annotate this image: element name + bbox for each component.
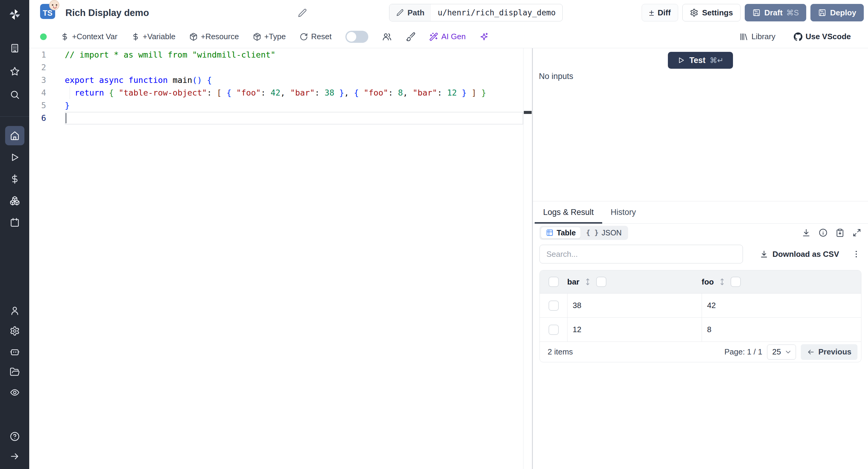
view-mode-table[interactable]: Table xyxy=(541,227,581,239)
robot-icon xyxy=(10,346,20,356)
table-body: 3842128 xyxy=(540,293,861,342)
previous-page-button[interactable]: Previous xyxy=(801,344,858,360)
view-mode-json[interactable]: { } JSON xyxy=(581,227,626,239)
sidebar-item-workers[interactable] xyxy=(5,342,24,361)
ai-sparkles-button[interactable] xyxy=(479,32,489,41)
gear-icon xyxy=(10,326,20,336)
page-label: Page: 1 / 1 xyxy=(724,347,762,356)
row-checkbox[interactable] xyxy=(549,301,559,311)
add-type-button[interactable]: +Type xyxy=(253,32,286,41)
table-cell: 42 xyxy=(702,293,861,317)
sidebar-item-runs[interactable] xyxy=(5,148,24,167)
table-row: 128 xyxy=(540,317,861,342)
windmill-logo-icon xyxy=(8,8,22,21)
info-icon xyxy=(818,228,828,237)
code-line: } xyxy=(65,99,523,112)
path-field[interactable]: Path u/henri/rich_display_demo xyxy=(389,4,563,22)
code-line: return { "table-row-object": [ { "foo": … xyxy=(65,87,523,99)
arrow-right-icon xyxy=(10,451,20,462)
sidebar-item-audit[interactable] xyxy=(5,383,24,402)
sidebar-logo[interactable] xyxy=(5,5,24,24)
sidebar-item-settings[interactable] xyxy=(5,321,24,341)
code-lines: // import * as wmill from "windmill-clie… xyxy=(65,48,523,124)
column-toggle-bar[interactable] xyxy=(596,277,607,287)
sidebar-item-favorites[interactable] xyxy=(5,62,24,81)
page-size-select[interactable]: 25 xyxy=(767,345,796,359)
dollar-icon xyxy=(10,174,20,184)
result-section: Logs & Result History Table { } JSON xyxy=(533,201,868,469)
add-context-var-button[interactable]: +Context Var xyxy=(61,32,118,41)
column-header-foo[interactable]: foo xyxy=(702,277,861,287)
table-footer: 2 items Page: 1 / 1 25 Previous xyxy=(540,342,861,362)
magic-wand-icon xyxy=(429,32,438,41)
code-line: // import * as wmill from "windmill-clie… xyxy=(65,49,523,61)
sidebar-collapse[interactable] xyxy=(5,447,24,466)
deploy-button[interactable]: Deploy xyxy=(810,4,864,22)
table-cell: 8 xyxy=(702,318,861,342)
multiplayer-button[interactable] xyxy=(382,32,392,41)
draft-button[interactable]: Draft ⌘S xyxy=(745,4,806,22)
add-resource-button[interactable]: +Resource xyxy=(189,32,239,41)
sidebar-item-search[interactable] xyxy=(5,85,24,104)
column-header-bar[interactable]: bar xyxy=(567,277,702,287)
sidebar-item-workspace[interactable] xyxy=(5,39,24,58)
play-icon xyxy=(677,56,685,64)
library-button[interactable]: Library xyxy=(739,32,775,41)
gear-icon xyxy=(690,8,698,17)
result-body: Table { } JSON Dow xyxy=(533,225,868,362)
search-icon xyxy=(10,90,20,100)
download-csv-button[interactable]: Download as CSV xyxy=(760,250,839,259)
page-title: Rich Display demo xyxy=(65,7,149,19)
sidebar-item-folders[interactable] xyxy=(5,362,24,382)
boxes-icon xyxy=(10,196,20,206)
test-button[interactable]: Test ⌘↵ xyxy=(668,52,733,69)
folder-icon xyxy=(10,367,20,377)
search-input[interactable] xyxy=(539,245,743,263)
tab-history[interactable]: History xyxy=(602,201,644,223)
sort-icon[interactable] xyxy=(584,278,592,286)
tab-logs-result[interactable]: Logs & Result xyxy=(535,201,602,223)
result-action-icons xyxy=(802,228,861,237)
diff-mode-toggle[interactable] xyxy=(345,31,368,43)
row-checkbox[interactable] xyxy=(549,324,559,335)
sidebar-item-help[interactable] xyxy=(5,427,24,446)
github-icon xyxy=(794,32,803,41)
code-editor[interactable]: 123456 // import * as wmill from "windmi… xyxy=(29,48,532,469)
column-toggle-foo[interactable] xyxy=(731,277,741,287)
user-icon xyxy=(10,306,20,316)
indent-guide xyxy=(70,87,70,99)
edit-title-button[interactable] xyxy=(298,8,308,18)
eye-icon xyxy=(10,387,20,398)
use-vscode-button[interactable]: Use VScode xyxy=(794,32,851,41)
sidebar-divider xyxy=(0,116,29,117)
expand-icon xyxy=(852,228,861,237)
arrow-left-icon xyxy=(807,348,815,356)
download-icon xyxy=(760,250,768,258)
sort-icon[interactable] xyxy=(718,278,726,286)
expand-result-button[interactable] xyxy=(852,228,861,237)
copy-result-button[interactable] xyxy=(835,228,844,237)
sidebar-item-users[interactable] xyxy=(5,301,24,320)
add-variable-button[interactable]: +Variable xyxy=(131,32,176,41)
result-info-button[interactable] xyxy=(818,228,828,237)
sidebar-item-variables[interactable] xyxy=(5,169,24,189)
sidebar-item-schedules[interactable] xyxy=(5,213,24,232)
ai-gen-button[interactable]: AI Gen xyxy=(429,32,466,41)
result-toolbar-row: Table { } JSON xyxy=(539,225,861,240)
download-result-button[interactable] xyxy=(802,228,811,237)
table-menu-button[interactable] xyxy=(852,250,861,259)
chevron-down-icon xyxy=(784,348,792,356)
reset-button[interactable]: Reset xyxy=(300,32,332,41)
toggle-knob xyxy=(347,32,356,41)
save-icon xyxy=(752,8,761,17)
pagination: Page: 1 / 1 25 Previous xyxy=(724,344,858,360)
top-header: TS Rich Display demo Path u/henri/rich_d… xyxy=(29,0,868,25)
sidebar-item-home[interactable] xyxy=(5,126,24,145)
settings-button[interactable]: Settings xyxy=(682,4,741,22)
path-label-section: Path xyxy=(390,4,431,21)
table-row: 3842 xyxy=(540,293,861,317)
format-button[interactable] xyxy=(406,32,415,41)
select-all-checkbox[interactable] xyxy=(549,277,559,287)
sidebar-item-resources[interactable] xyxy=(5,191,24,210)
diff-button[interactable]: ± Diff xyxy=(642,4,678,22)
